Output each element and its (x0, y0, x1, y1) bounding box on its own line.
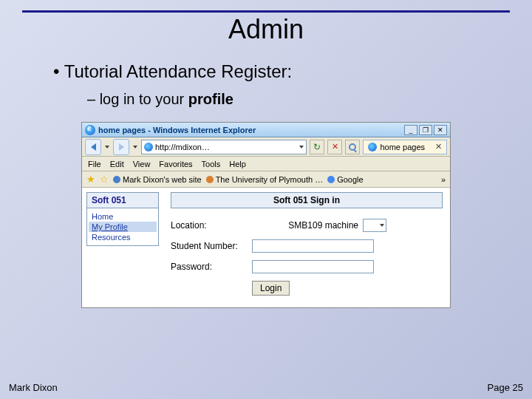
form-area: Soft 051 Sign in Location: SMB109 machin… (163, 188, 450, 307)
bullet-sub-prefix: – log in to your (87, 91, 188, 107)
nav-resources[interactable]: Resources (89, 232, 157, 242)
search-button[interactable] (345, 140, 360, 154)
page-icon (206, 176, 214, 183)
bullet-sub-bold: profile (188, 91, 233, 107)
menu-bar: File Edit View Favorites Tools Help (82, 157, 450, 171)
label-student-number: Student Number: (171, 241, 252, 251)
sidebar-header: Soft 051 (86, 192, 159, 208)
fav-link-1-label: Mark Dixon's web site (123, 175, 202, 184)
row-login: Login (171, 281, 443, 296)
back-button[interactable] (85, 139, 101, 155)
url-text: http://mdixon… (155, 143, 210, 151)
fav-link-2-label: The University of Plymouth … (216, 175, 324, 184)
maximize-button[interactable]: ❐ (419, 125, 432, 135)
form-title: Soft 051 Sign in (171, 192, 443, 208)
page-icon (113, 176, 120, 183)
login-button[interactable]: Login (252, 281, 290, 296)
favorites-star-icon[interactable]: ★ (86, 174, 95, 185)
nav-home[interactable]: Home (89, 211, 157, 222)
menu-favorites[interactable]: Favorites (159, 160, 192, 168)
fav-link-2[interactable]: The University of Plymouth … (206, 175, 324, 184)
page-content: Soft 051 Home My Profile Resources Soft … (82, 188, 450, 307)
row-password: Password: (171, 260, 443, 273)
row-location: Location: SMB109 machine (171, 219, 443, 232)
sidebar-nav: Home My Profile Resources (86, 208, 159, 246)
search-icon (349, 143, 356, 151)
row-student-number: Student Number: (171, 239, 443, 253)
location-select[interactable] (363, 219, 386, 232)
menu-edit[interactable]: Edit (110, 160, 124, 168)
window-buttons: _ ❐ ✕ (404, 125, 447, 135)
minimize-button[interactable]: _ (404, 125, 417, 135)
window-title: home pages - Windows Internet Explorer (98, 126, 404, 134)
sidebar: Soft 051 Home My Profile Resources (82, 188, 163, 307)
chevron-down-icon (133, 146, 137, 149)
forward-dropdown[interactable] (132, 139, 138, 155)
menu-help[interactable]: Help (229, 160, 246, 168)
arrow-right-icon (119, 143, 124, 151)
fav-link-3[interactable]: Google (327, 175, 363, 184)
menu-view[interactable]: View (133, 160, 151, 168)
browser-window: home pages - Windows Internet Explorer _… (81, 122, 451, 308)
tab-close-icon[interactable]: ✕ (428, 142, 442, 151)
bullet-sub: – log in to your profile (87, 91, 532, 108)
label-password: Password: (171, 262, 252, 272)
slide-title: Admin (0, 14, 532, 45)
browser-tab[interactable]: home pages ✕ (363, 140, 447, 154)
tab-label: home pages (380, 143, 425, 151)
title-rule (22, 10, 510, 13)
page-icon (327, 176, 335, 183)
chevron-down-icon (380, 224, 384, 227)
location-value: SMB109 machine (252, 220, 363, 231)
refresh-button[interactable]: ↻ (310, 140, 324, 154)
window-titlebar: home pages - Windows Internet Explorer _… (82, 123, 450, 137)
nav-toolbar: http://mdixon… ↻ ✕ home pages ✕ (82, 137, 450, 157)
forward-button[interactable] (113, 139, 129, 155)
chevron-down-icon (299, 146, 304, 149)
stop-icon: ✕ (332, 142, 338, 151)
refresh-icon: ↻ (313, 142, 321, 152)
slide-footer: Mark Dixon Page 25 (9, 382, 523, 393)
student-number-input[interactable] (252, 239, 374, 253)
password-input[interactable] (252, 260, 374, 273)
close-button[interactable]: ✕ (434, 125, 447, 135)
favorites-bar: ★ ☆ Mark Dixon's web site The University… (82, 171, 450, 188)
nav-my-profile[interactable]: My Profile (89, 222, 157, 232)
chevron-down-icon (105, 146, 109, 149)
fav-link-3-label: Google (337, 175, 363, 184)
fav-link-1[interactable]: Mark Dixon's web site (113, 175, 202, 184)
address-bar[interactable]: http://mdixon… (141, 140, 307, 154)
bullet-main: • Tutorial Attendance Register: (53, 61, 532, 82)
back-dropdown[interactable] (104, 139, 110, 155)
stop-button[interactable]: ✕ (327, 140, 342, 154)
menu-file[interactable]: File (88, 160, 101, 168)
ie-icon (85, 125, 95, 135)
label-location: Location: (171, 220, 252, 231)
ie-small-icon (368, 143, 377, 151)
ie-small-icon (144, 143, 153, 151)
overflow-chevron-icon[interactable]: » (441, 175, 446, 184)
menu-tools[interactable]: Tools (202, 160, 221, 168)
add-favorite-icon[interactable]: ☆ (100, 174, 109, 185)
arrow-left-icon (91, 143, 96, 151)
footer-page: Page 25 (488, 382, 523, 393)
footer-author: Mark Dixon (9, 382, 58, 393)
